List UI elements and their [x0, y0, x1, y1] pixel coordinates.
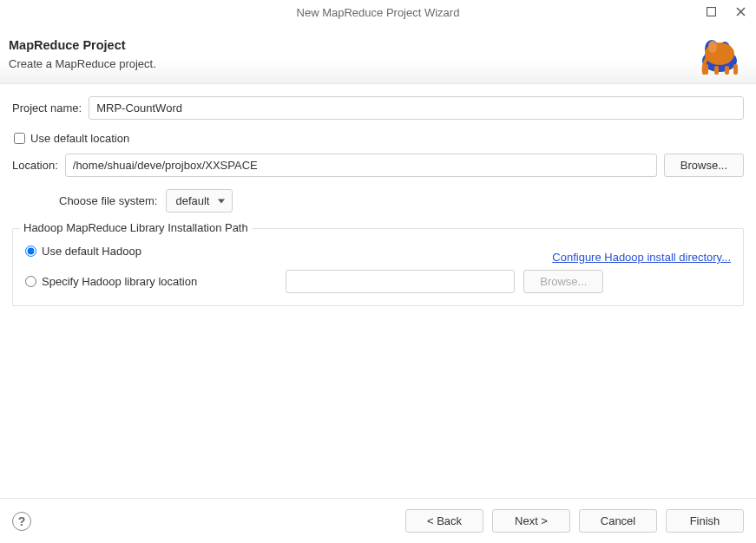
hadoop-group-title: Hadoop MapReduce Library Installation Pa… — [20, 221, 252, 234]
location-input[interactable] — [65, 154, 657, 177]
file-system-label: Choose file system: — [59, 194, 157, 207]
project-name-row: Project name: — [12, 96, 744, 120]
file-system-dropdown[interactable]: default — [166, 189, 233, 213]
location-row: Location: Browse... — [12, 154, 744, 177]
wizard-subtitle: Create a MapReduce project. — [9, 57, 156, 70]
specify-hadoop-input[interactable] — [286, 270, 515, 293]
maximize-icon[interactable] — [700, 2, 721, 21]
use-default-location-label: Use default location — [30, 132, 129, 145]
next-button[interactable]: Next > — [492, 509, 570, 533]
project-name-input[interactable] — [89, 96, 744, 120]
back-button[interactable]: < Back — [405, 509, 483, 533]
specify-hadoop-radio[interactable] — [25, 276, 36, 287]
title-bar: New MapReduce Project Wizard — [0, 0, 756, 24]
configure-hadoop-link[interactable]: Configure Hadoop install directory... — [552, 251, 731, 264]
use-default-location-checkbox[interactable] — [14, 133, 25, 144]
specify-hadoop-label: Specify Hadoop library location — [42, 275, 197, 288]
wizard-heading: MapReduce Project — [9, 38, 156, 52]
hadoop-library-group: Hadoop MapReduce Library Installation Pa… — [12, 228, 744, 306]
svg-rect-9 — [714, 66, 719, 75]
footer-buttons: < Back Next > Cancel Finish — [405, 509, 744, 533]
wizard-content: Project name: Use default location Locat… — [0, 84, 756, 498]
file-system-value: default — [175, 194, 209, 207]
svg-rect-0 — [707, 7, 715, 16]
svg-rect-11 — [733, 64, 738, 75]
project-name-label: Project name: — [12, 101, 82, 114]
cancel-button[interactable]: Cancel — [579, 509, 657, 533]
svg-rect-10 — [725, 66, 729, 75]
finish-button[interactable]: Finish — [666, 509, 744, 533]
help-icon[interactable]: ? — [12, 512, 31, 531]
wizard-header: MapReduce Project Create a MapReduce pro… — [0, 24, 756, 84]
use-default-hadoop-label: Use default Hadoop — [42, 245, 141, 258]
wizard-footer: ? < Back Next > Cancel Finish — [0, 498, 756, 543]
browse-location-button[interactable]: Browse... — [664, 154, 744, 177]
window-controls — [700, 2, 751, 21]
window-title: New MapReduce Project Wizard — [297, 6, 460, 19]
file-system-row: Choose file system: default — [59, 189, 744, 213]
chevron-down-icon — [218, 199, 225, 203]
location-label: Location: — [12, 159, 58, 172]
use-default-hadoop-row: Use default Hadoop Configure Hadoop inst… — [25, 245, 731, 270]
use-default-location-row: Use default location — [14, 132, 744, 145]
browse-hadoop-button[interactable]: Browse... — [523, 270, 603, 293]
close-icon[interactable] — [730, 2, 751, 21]
use-default-hadoop-radio[interactable] — [25, 245, 36, 257]
svg-point-7 — [708, 41, 717, 53]
wizard-icon — [699, 31, 744, 76]
specify-hadoop-row: Specify Hadoop library location Browse..… — [25, 270, 731, 293]
